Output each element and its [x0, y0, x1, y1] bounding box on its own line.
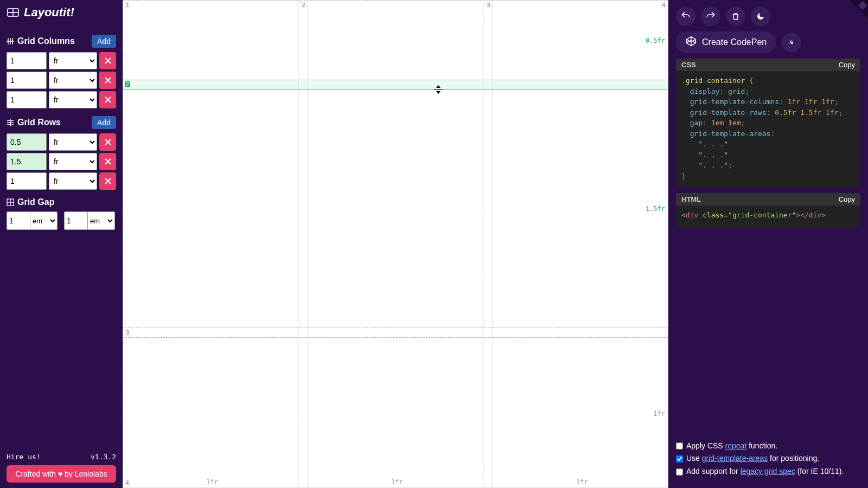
- remove-row-button[interactable]: [99, 133, 116, 151]
- crafted-by-button[interactable]: Crafted with ♥ by Leniolabs: [7, 465, 116, 483]
- remove-row-button[interactable]: [99, 153, 116, 170]
- html-code[interactable]: <div class="grid-container"></div>: [676, 206, 860, 227]
- row-fr-label: 1fr: [653, 410, 665, 418]
- sidebar: Layoutit! Grid Columns Add fr fr fr Grid…: [0, 0, 123, 488]
- column-unit-select[interactable]: fr: [49, 72, 97, 89]
- col-fr-label: 1fr: [206, 478, 218, 486]
- gap-label: Grid Gap: [17, 197, 54, 207]
- row-line-num-active: 2: [125, 81, 130, 87]
- row-line-num: 3: [125, 330, 130, 336]
- rows-icon: [7, 119, 14, 126]
- column-track-row: fr: [7, 91, 116, 108]
- option-areas-checkbox[interactable]: [676, 455, 683, 463]
- row-unit-select[interactable]: fr: [49, 172, 97, 190]
- remove-column-button[interactable]: [99, 52, 116, 69]
- redo-button[interactable]: [701, 7, 720, 26]
- remove-column-button[interactable]: [99, 72, 116, 89]
- html-panel: HTML Copy <div class="grid-container"></…: [676, 193, 860, 227]
- undo-button[interactable]: [676, 7, 695, 26]
- html-title: HTML: [681, 195, 701, 203]
- row-line[interactable]: [123, 328, 668, 328]
- col-line-num: 4: [661, 2, 666, 8]
- app-title: Layoutit!: [24, 5, 74, 20]
- version-label: v1.3.2: [91, 453, 116, 461]
- col-line-num: 2: [301, 2, 307, 8]
- column-track-row: fr: [7, 72, 116, 89]
- col-line[interactable]: [308, 0, 308, 488]
- codepen-label: Create CodePen: [702, 37, 767, 47]
- copy-html-button[interactable]: Copy: [839, 195, 855, 203]
- top-actions: [676, 7, 860, 26]
- gap-header: Grid Gap: [7, 197, 116, 207]
- hire-us-link[interactable]: Hire us!: [7, 453, 41, 461]
- row-unit-select[interactable]: fr: [49, 133, 97, 151]
- row-size-input[interactable]: [7, 153, 47, 170]
- row-size-input[interactable]: [7, 133, 47, 151]
- dark-mode-button[interactable]: [751, 7, 770, 26]
- col-line-num: 1: [125, 2, 130, 8]
- column-size-input[interactable]: [7, 52, 47, 69]
- option-repeat[interactable]: Apply CSS repeat function.: [676, 440, 860, 453]
- gap-col-unit[interactable]: em: [30, 212, 57, 229]
- reset-button[interactable]: [726, 7, 745, 26]
- col-line[interactable]: [483, 0, 483, 488]
- gap-icon: [7, 198, 14, 206]
- option-areas[interactable]: Use grid-template-areas for positioning.: [676, 452, 860, 465]
- remove-row-button[interactable]: [99, 172, 116, 190]
- col-line[interactable]: [123, 0, 123, 488]
- col-line-num: 3: [486, 2, 492, 8]
- col-line[interactable]: [298, 0, 298, 488]
- css-title: CSS: [681, 61, 696, 69]
- row-line-num: 4: [125, 480, 130, 486]
- sidebar-footer: Hire us! v1.3.2: [7, 453, 116, 461]
- copy-css-button[interactable]: Copy: [839, 61, 855, 69]
- col-line[interactable]: [493, 0, 493, 488]
- column-track-row: fr: [7, 52, 116, 69]
- grid-canvas[interactable]: 1 2 3 4 2 3 4 1fr 1fr 1fr 0.5fr 1.5fr 1f…: [123, 0, 668, 488]
- column-unit-select[interactable]: fr: [49, 91, 97, 108]
- gap-col-input[interactable]: [7, 212, 30, 229]
- add-column-button[interactable]: Add: [92, 35, 116, 48]
- column-size-input[interactable]: [7, 72, 47, 89]
- row-line-active[interactable]: [123, 80, 668, 89]
- logo: Layoutit!: [7, 5, 116, 20]
- columns-label: Grid Columns: [17, 36, 75, 46]
- permalink-button[interactable]: [782, 33, 801, 52]
- row-fr-label: 1.5fr: [646, 205, 665, 213]
- option-legacy[interactable]: Add support for legacy grid spec (for IE…: [676, 465, 860, 478]
- corner-fold-icon[interactable]: [850, 0, 868, 18]
- col-fr-label: 1fr: [391, 478, 403, 486]
- row-line[interactable]: [123, 0, 668, 1]
- codepen-icon: [686, 36, 697, 49]
- option-legacy-checkbox[interactable]: [676, 468, 683, 476]
- logo-icon: [7, 6, 20, 19]
- remove-column-button[interactable]: [99, 91, 116, 108]
- repeat-link[interactable]: repeat: [725, 441, 747, 450]
- right-panel: Create CodePen CSS Copy .grid-container …: [668, 0, 868, 488]
- create-codepen-button[interactable]: Create CodePen: [676, 31, 776, 53]
- columns-icon: [7, 37, 14, 45]
- row-size-input[interactable]: [7, 172, 47, 190]
- row-track-row: fr: [7, 133, 116, 151]
- rows-header: Grid Rows Add: [7, 116, 116, 129]
- css-panel: CSS Copy .grid-container { display: grid…: [676, 59, 860, 188]
- gap-row-input[interactable]: [65, 212, 87, 229]
- areas-link[interactable]: grid-template-areas: [702, 454, 768, 463]
- rows-label: Grid Rows: [17, 118, 61, 127]
- row-fr-label: 0.5fr: [646, 37, 665, 44]
- row-track-row: fr: [7, 153, 116, 170]
- columns-header: Grid Columns Add: [7, 35, 116, 48]
- column-size-input[interactable]: [7, 91, 47, 108]
- row-line[interactable]: [123, 337, 668, 338]
- column-unit-select[interactable]: fr: [49, 52, 97, 69]
- row-unit-select[interactable]: fr: [49, 153, 97, 170]
- add-row-button[interactable]: Add: [92, 116, 116, 129]
- option-repeat-checkbox[interactable]: [676, 442, 683, 450]
- gap-row: em em: [7, 211, 116, 230]
- options: Apply CSS repeat function. Use grid-temp…: [676, 440, 860, 481]
- col-fr-label: 1fr: [576, 478, 588, 486]
- gap-row-unit[interactable]: em: [87, 212, 114, 229]
- css-code[interactable]: .grid-container { display: grid; grid-te…: [676, 71, 860, 188]
- row-track-row: fr: [7, 172, 116, 190]
- legacy-link[interactable]: legacy grid spec: [741, 467, 795, 476]
